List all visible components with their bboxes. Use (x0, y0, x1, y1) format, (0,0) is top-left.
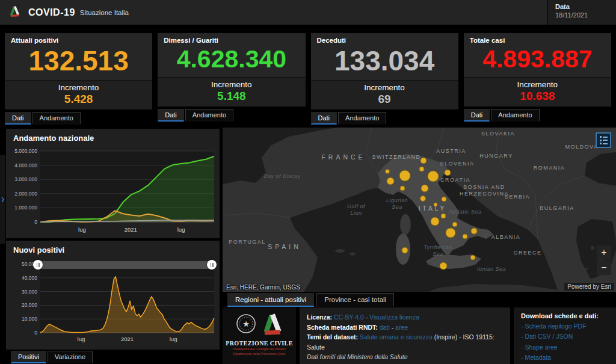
tab-variazione[interactable]: Variazione (48, 351, 93, 363)
license-link[interactable]: Visualizza licenza (369, 313, 419, 321)
download-link-scheda-riepilogo-pdf[interactable]: - Scheda riepilogo PDF (521, 321, 609, 332)
case-bubble[interactable] (431, 217, 439, 226)
case-bubble[interactable] (452, 222, 457, 227)
case-bubble[interactable] (445, 170, 451, 176)
case-bubble[interactable] (463, 234, 467, 239)
tab-andamento[interactable]: Andamento (32, 112, 81, 125)
tab-positivi[interactable]: Positivi (11, 351, 46, 363)
increment-value: 5.148 (158, 90, 305, 103)
tab-dati[interactable]: Dati (158, 109, 184, 122)
download-link-shape-aree[interactable]: - Shape aree (521, 342, 609, 353)
layer-list-button[interactable] (596, 132, 611, 148)
corsica (400, 214, 411, 235)
map-attribution: Esri, HERE, Garmin, USGS (226, 284, 300, 291)
svg-text:lug: lug (177, 226, 185, 233)
license-line: Dati forniti dal Ministero della Salute (307, 352, 503, 362)
svg-text:2021: 2021 (125, 226, 137, 233)
license-link[interactable]: CC-BY-4.0 (334, 313, 364, 321)
stat-card-attuali-positivi: Attuali positivi132.513Incremento5.428Da… (5, 33, 152, 125)
svg-text:10.000: 10.000 (22, 316, 37, 322)
stat-card-deceduti: Deceduti133.034Incremento69DatiAndamento (311, 33, 458, 125)
download-link-dati-csv-json[interactable]: - Dati CSV / JSON (521, 332, 609, 342)
zoom-out-button[interactable]: − (597, 261, 611, 275)
svg-text:★: ★ (242, 319, 250, 329)
card-value: 133.034 (311, 44, 458, 80)
slider-handle-left[interactable] (33, 260, 43, 270)
balearic-1 (335, 249, 345, 253)
card-title: Dimessi / Guariti (158, 33, 305, 44)
svg-text:20.000: 20.000 (22, 302, 37, 308)
increment-label: Incremento (5, 83, 152, 92)
case-bubble[interactable] (402, 247, 408, 253)
collapsed-panel-strip[interactable]: ❯ (0, 155, 5, 244)
license-line: Scheda metadati RNDT: dati - aree (307, 322, 503, 333)
tricolor-logo-icon (261, 312, 284, 338)
trend-tabs: PositiviVariazione (11, 351, 93, 363)
card-value: 4.893.887 (464, 44, 611, 77)
svg-text:lug: lug (78, 226, 86, 233)
case-bubble[interactable] (420, 158, 427, 164)
license-text: Temi del dataset: (307, 333, 360, 341)
time-range-slider[interactable] (36, 261, 214, 269)
license-text: Dati forniti dal Ministero della Salute (307, 353, 408, 360)
license-link[interactable]: aree (395, 324, 408, 331)
svg-text:0: 0 (34, 219, 37, 225)
case-bubble[interactable] (386, 170, 390, 174)
svg-text:30.000: 30.000 (22, 289, 37, 295)
tab-dati[interactable]: Dati (5, 112, 31, 125)
zoom-in-button[interactable]: + (597, 245, 611, 260)
case-bubble[interactable] (400, 186, 405, 191)
case-bubble[interactable] (440, 262, 447, 270)
case-bubble[interactable] (471, 228, 477, 234)
app-header: COVID-19 Situazione Italia Data 18/11/20… (0, 0, 616, 26)
protezione-civile-logo-icon (8, 5, 21, 20)
case-bubble[interactable] (419, 167, 424, 171)
tab-andamento[interactable]: Andamento (491, 109, 539, 122)
case-bubble[interactable] (446, 228, 455, 238)
balearic-2 (350, 253, 356, 256)
slider-handle-right[interactable] (207, 260, 217, 270)
card-value: 132.513 (5, 44, 152, 80)
case-bubble[interactable] (470, 255, 475, 260)
card-tabs: DatiAndamento (5, 112, 152, 125)
card-title: Attuali positivi (5, 33, 152, 44)
svg-text:2.000.000: 2.000.000 (14, 191, 37, 197)
case-bubble[interactable] (442, 197, 446, 202)
italy-map[interactable]: SLOVAKIAMOLDOVAAUSTRIAHUNGARYFRANCESWITZ… (223, 128, 616, 292)
svg-text:5.000.000: 5.000.000 (14, 148, 37, 154)
increment-label: Incremento (464, 80, 611, 89)
stat-card-dimessi-guariti: Dimessi / Guariti4.628.340Incremento5.14… (158, 33, 305, 125)
case-bubble[interactable] (434, 203, 437, 206)
tab-province-casi-totali[interactable]: Province - casi totali (316, 293, 394, 307)
download-link-metadata[interactable]: - Metadata (521, 353, 609, 363)
page-title: COVID-19 (28, 7, 75, 18)
tab-dati[interactable]: Dati (311, 112, 337, 125)
date-value: 18/11/2021 (555, 11, 616, 19)
license-text: Scheda metadati RNDT: (307, 324, 380, 331)
case-bubble[interactable] (399, 170, 410, 181)
new-positives-panel: Nuovi positivi 010.00020.00030.00040.000… (6, 241, 220, 350)
national-trend-chart: 01.000.0002.000.0003.000.0004.000.0005.0… (8, 144, 218, 235)
tab-andamento[interactable]: Andamento (338, 112, 386, 125)
license-line: Licenza: CC-BY-4.0 - Visualizza licenza (307, 312, 503, 322)
case-bubble[interactable] (420, 196, 426, 202)
license-info: Licenza: CC-BY-4.0 - Visualizza licenzaS… (300, 307, 510, 364)
expand-chevron-icon[interactable]: ❯ (1, 197, 5, 202)
case-bubble[interactable] (441, 214, 446, 218)
case-bubble[interactable] (421, 185, 428, 192)
license-text: Licenza: (307, 313, 334, 321)
license-text: - (390, 324, 395, 331)
svg-text:lug: lug (170, 336, 177, 342)
case-bubble[interactable] (428, 171, 439, 182)
tab-dati[interactable]: Dati (464, 109, 490, 122)
license-text: - (364, 313, 369, 321)
map-layer-tabs: Regioni - attuali positiviProvince - cas… (227, 293, 394, 307)
tab-regioni-attuali-positivi[interactable]: Regioni - attuali positivi (227, 293, 314, 307)
case-bubble[interactable] (387, 177, 394, 185)
svg-text:lug: lug (78, 336, 85, 342)
license-link[interactable]: dati (380, 324, 390, 331)
license-link[interactable]: Salute umana e sicurezza (360, 333, 433, 341)
logo-name: PROTEZIONE CIVILE (226, 340, 293, 347)
tab-andamento[interactable]: Andamento (185, 109, 233, 122)
powered-by-esri: Powered by Esri (564, 283, 614, 291)
